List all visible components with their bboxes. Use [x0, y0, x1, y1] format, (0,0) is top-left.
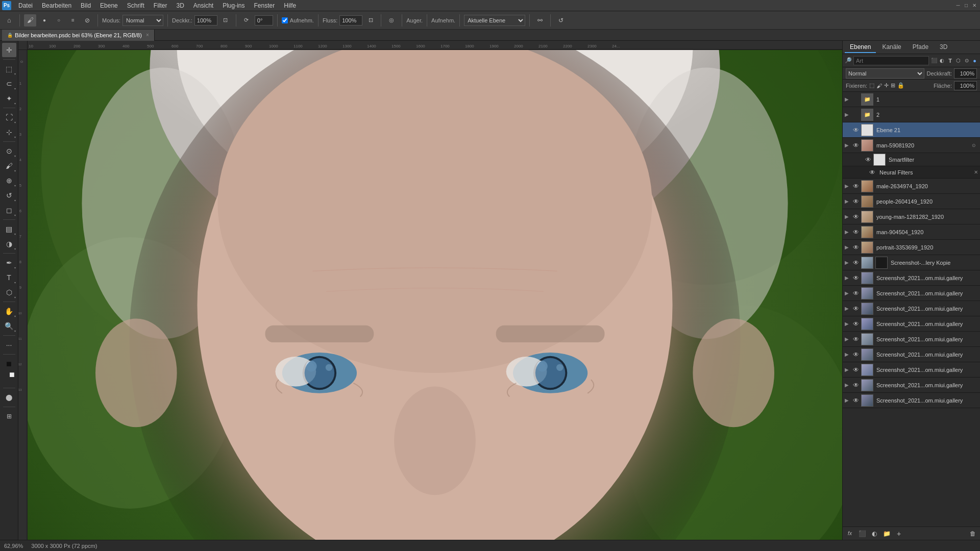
layer-item-sub2[interactable]: 👁 Neural Filters ✕ [843, 166, 980, 179]
visibility-icon[interactable]: 👁 [852, 350, 860, 359]
layer-item[interactable]: ▶ 👁 Screenshot_2021...om.miui.gallery [843, 393, 980, 408]
path-tool[interactable]: ⬡▾ [2, 285, 16, 299]
angle-input[interactable] [255, 15, 273, 26]
visibility-icon[interactable]: 👁 [852, 213, 860, 221]
home-icon[interactable]: ⌂ [3, 14, 15, 27]
menu-filter[interactable]: Filter [150, 1, 172, 10]
expand-icon[interactable]: ▶ [845, 142, 851, 148]
lock-transparent-icon[interactable]: ⬚ [869, 82, 874, 89]
brush-erase-icon[interactable]: ⊘ [81, 14, 93, 27]
expand-icon[interactable]: ▶ [845, 382, 851, 388]
visibility-icon[interactable]: 👁 [868, 168, 876, 177]
move-tool[interactable]: ✛ [2, 43, 16, 57]
opacity-input[interactable] [954, 68, 977, 79]
history-icon[interactable]: ↺ [555, 14, 567, 27]
type-layer-icon[interactable]: T [947, 56, 953, 66]
tab-pfade[interactable]: Pfade [908, 42, 934, 53]
neural-close-icon[interactable]: ✕ [974, 169, 978, 175]
layer-item[interactable]: ▶ 👁 male-2634974_1920 [843, 179, 980, 194]
quick-mask[interactable]: ⬤ [2, 390, 16, 405]
expand-icon[interactable]: ▶ [845, 96, 851, 102]
layer-item[interactable]: ▶ 👁 Screenshot_2021...om.miui.gallery [843, 362, 980, 378]
visibility-icon[interactable]: 👁 [852, 289, 860, 297]
screen-mode[interactable]: ⊞ [2, 409, 16, 423]
background-color[interactable]: ■ [5, 367, 19, 382]
text-tool[interactable]: T▾ [2, 270, 16, 285]
shape-layer-icon[interactable]: ⬡ [955, 56, 962, 66]
layer-item[interactable]: ▶ 👁 man-904504_1920 [843, 224, 980, 240]
menu-ansicht[interactable]: Ansicht [189, 1, 217, 10]
expand-icon[interactable]: ▶ [845, 306, 851, 311]
minimize-button[interactable]: ─ [954, 2, 962, 9]
layer-item[interactable]: ▶ 👁 man-59081920 ⊙ [843, 138, 980, 153]
menu-hilfe[interactable]: Hilfe [280, 1, 300, 10]
menu-3d[interactable]: 3D [172, 1, 188, 10]
more-tools[interactable]: ··· [2, 338, 16, 352]
canvas-area[interactable] [28, 50, 842, 540]
layer-item[interactable]: ▶ 👁 Screenshot_2021...om.miui.gallery [843, 286, 980, 301]
gradient-tool[interactable]: ▤▾ [2, 222, 16, 236]
brush-options-icon[interactable]: ≡ [67, 14, 79, 27]
add-adjustment-button[interactable]: ◐ [869, 529, 879, 539]
layer-item[interactable]: ▶ 👁 young-man-1281282_1920 [843, 209, 980, 224]
smart-layer-icon[interactable]: ⊙ [963, 56, 970, 66]
expand-icon[interactable]: ▶ [845, 397, 851, 403]
clone-tool[interactable]: ⊕▾ [2, 173, 16, 188]
menu-bearbeiten[interactable]: Bearbeiten [38, 1, 76, 10]
brush-hardness-icon[interactable]: ○ [53, 14, 65, 27]
layer-item[interactable]: ▶ 👁 portrait-3353699_1920 [843, 240, 980, 255]
expand-icon[interactable]: ▶ [845, 352, 851, 357]
selection-tool[interactable]: ⬚▾ [2, 62, 16, 76]
expand-icon[interactable]: ▶ [845, 214, 851, 219]
layer-select[interactable]: Aktuelle Ebene [464, 15, 525, 26]
tab-close-button[interactable]: × [146, 32, 149, 38]
layer-item[interactable]: ▶ 👁 Screenshot_2021...om.miui.gallery [843, 378, 980, 393]
expand-icon[interactable]: ▶ [845, 290, 851, 296]
expand-icon[interactable]: ▶ [845, 260, 851, 265]
lock-all-icon[interactable]: 🔒 [897, 82, 904, 89]
blend-mode-select[interactable]: Normal [846, 68, 924, 79]
eraser-tool[interactable]: ◻▾ [2, 203, 16, 217]
visibility-icon[interactable]: 👁 [852, 141, 860, 149]
menu-schrift[interactable]: Schrift [123, 1, 149, 10]
history-tool[interactable]: ↺▾ [2, 188, 16, 203]
brush-tool-icon[interactable]: 🖌 [24, 14, 36, 27]
layer-item[interactable]: ▶ 👁 Screenshot_2021...om.miui.gallery [843, 347, 980, 362]
lock-pixels-icon[interactable]: 🖌 [876, 83, 882, 89]
menu-fenster[interactable]: Fenster [250, 1, 279, 10]
lock-artboard-icon[interactable]: ⊞ [891, 82, 895, 89]
add-layer-button[interactable]: + [894, 529, 904, 539]
expand-icon[interactable]: ▶ [845, 183, 851, 189]
delete-layer-button[interactable]: 🗑 [968, 529, 978, 539]
add-mask-button[interactable]: ⬛ [857, 529, 867, 539]
brush-tool[interactable]: 🖌▾ [2, 159, 16, 173]
visibility-icon[interactable]: 👁 [852, 126, 860, 134]
visibility-icon[interactable]: 👁 [852, 259, 860, 267]
deckkraft-input[interactable] [194, 15, 217, 26]
layers-filter-input[interactable] [853, 56, 929, 65]
layer-item[interactable]: ▶ 👁 Screenshot_2021...om.miui.gallery [843, 270, 980, 286]
pressure-opacity-icon[interactable]: ⊡ [219, 14, 232, 27]
visibility-icon[interactable]: 👁 [852, 366, 860, 374]
expand-icon[interactable]: ▶ [845, 244, 851, 250]
tab-3d[interactable]: 3D [935, 42, 952, 53]
menu-ebene[interactable]: Ebene [96, 1, 122, 10]
layer-item-selected[interactable]: ▶ 👁 Ebene 21 [843, 122, 980, 138]
close-button[interactable]: ✕ [971, 2, 978, 9]
visibility-icon[interactable]: 👁 [852, 182, 860, 190]
symmetry-icon[interactable]: ⚯ [534, 14, 546, 27]
menu-datei[interactable]: Datei [14, 1, 37, 10]
visibility-icon[interactable]: 👁 [852, 274, 860, 282]
expand-icon[interactable]: ▶ [845, 321, 851, 327]
visibility-icon[interactable]: 👁 [852, 381, 860, 389]
visibility-icon[interactable]: 👁 [852, 320, 860, 328]
visibility-icon[interactable]: 👁 [852, 335, 860, 343]
filter-toggle[interactable]: ● [971, 56, 978, 66]
menu-plugins[interactable]: Plug-ins [218, 1, 249, 10]
adjustment-layer-icon[interactable]: ◐ [939, 56, 945, 66]
fluss-input[interactable] [339, 15, 362, 26]
layer-item[interactable]: ▶ 👁 Screenshot_2021...om.miui.gallery [843, 332, 980, 347]
layer-item[interactable]: ▶ 👁 people-2604149_1920 [843, 194, 980, 209]
brush-smooth-icon[interactable]: ◎ [385, 14, 398, 27]
tab-ebenen[interactable]: Ebenen [845, 42, 876, 53]
